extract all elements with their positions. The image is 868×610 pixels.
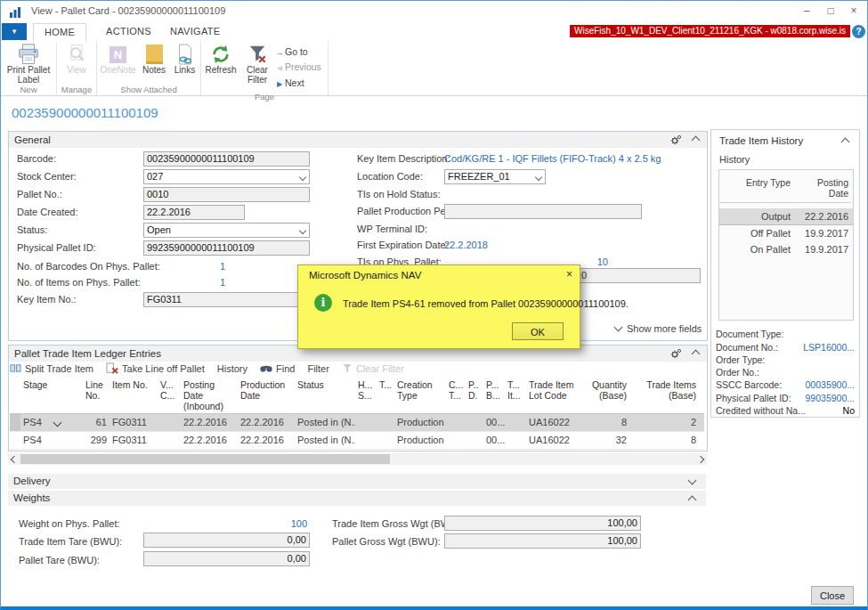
stock-center-label: Stock Center: [17, 171, 77, 182]
gear-icon[interactable] [669, 134, 682, 147]
tab-actions[interactable]: ACTIONS [95, 23, 162, 40]
ledger-row-2[interactable]: PS4 299 FG0311 22.2.2016 22.2.2016 Poste… [10, 432, 704, 450]
stock-center-select[interactable]: 027 [143, 169, 310, 184]
next-button[interactable]: ▶Next [274, 76, 321, 92]
clear-filter-button[interactable]: Clear Filter [240, 44, 274, 85]
col-status[interactable]: Status [295, 378, 355, 413]
col-entry-type[interactable]: Entry Type [719, 170, 793, 203]
scroll-right-arrow[interactable] [695, 453, 707, 465]
location-code-select[interactable]: FREEZER_01 [444, 169, 546, 184]
col-t[interactable]: T... [377, 378, 394, 413]
row-selector[interactable] [10, 414, 20, 431]
general-section-header[interactable]: General [9, 132, 707, 148]
goto-button[interactable]: →Go to [274, 45, 321, 60]
first-expiration-date-value[interactable]: 22.2.2018 [444, 240, 488, 250]
cell [355, 432, 377, 449]
filter-button[interactable]: Filter [307, 363, 329, 374]
cell: 8 [629, 432, 699, 449]
col-creation-type[interactable]: Creation Type [394, 378, 446, 413]
no-items-value[interactable]: 1 [143, 277, 225, 288]
panel-collapse-icon[interactable] [841, 138, 850, 147]
barcode-field[interactable]: 00235900000011100109 [143, 151, 310, 167]
find-button[interactable]: Find [260, 363, 295, 374]
date-created-field[interactable]: 22.2.2016 [143, 205, 245, 220]
print-pallet-label-button[interactable]: Print Pallet Label [1, 44, 56, 85]
clear-filter-toolbar-button: Clear Filter [342, 363, 404, 374]
minimize-button[interactable]: – [794, 1, 819, 20]
app-menu-button[interactable]: ▾ [2, 23, 27, 40]
key-item-no-field[interactable]: FG0311 [143, 292, 310, 307]
col-vc[interactable]: V... C... [158, 378, 181, 413]
cell [446, 432, 466, 449]
refresh-button[interactable]: Refresh [201, 44, 240, 76]
history-row-1[interactable]: Output 22.2.2016 [719, 208, 853, 225]
physical-pallet-id-value[interactable]: 99035900... [806, 393, 855, 403]
document-no-value[interactable]: LSP16000... [803, 342, 855, 353]
trade-item-gross-wgt-field[interactable]: 100,00 [444, 516, 641, 531]
delivery-expand-icon[interactable] [688, 476, 697, 485]
cell: 19.9.2017 [793, 225, 851, 241]
horizontal-scrollbar[interactable] [8, 453, 707, 465]
col-pb[interactable]: P... B... [483, 378, 505, 413]
col-trade-items[interactable]: Trade Items (Base) [629, 378, 699, 413]
delivery-section-header[interactable]: Delivery [8, 474, 706, 489]
col-gutter [10, 378, 20, 413]
partially-hidden-value: 0 [581, 270, 587, 281]
physical-pallet-id-field[interactable]: 99235900000011100109 [143, 240, 310, 256]
maximize-button[interactable]: □ [818, 1, 843, 20]
weight-on-phys-pallet-value[interactable]: 100 [225, 518, 307, 529]
col-hs[interactable]: H... S... [355, 378, 377, 413]
sscc-barcode-value[interactable]: 00035900... [806, 379, 855, 390]
split-trade-item-button[interactable]: Split Trade Item [10, 362, 93, 374]
tab-navigate[interactable]: NAVIGATE [159, 23, 231, 40]
cell [377, 432, 394, 449]
key-item-description-link[interactable]: Cod/KG/RE 1 - IQF Fillets (FIFO-Track) 4… [444, 153, 661, 164]
weights-collapse-icon[interactable] [688, 496, 697, 505]
col-item-no[interactable]: Item No. [110, 378, 158, 413]
scroll-left-arrow[interactable] [8, 453, 20, 465]
col-ct[interactable]: C... T... [446, 378, 466, 413]
status-select[interactable]: Open [143, 223, 310, 238]
scrollbar-thumb[interactable] [20, 454, 390, 464]
history-button[interactable]: History [217, 363, 247, 374]
close-window-button[interactable]: × [841, 1, 866, 20]
pallet-no-field[interactable]: 0010 [143, 187, 310, 202]
col-production-date[interactable]: Production Date [238, 378, 295, 413]
history-row-3[interactable]: On Pallet 19.9.2017 [719, 241, 853, 257]
no-barcodes-value[interactable]: 1 [143, 261, 225, 272]
pallet-production-period-field[interactable] [444, 204, 642, 219]
goto-arrow-icon: → [274, 45, 285, 60]
col-lot-code[interactable]: Trade Item Lot Code [526, 378, 585, 413]
help-icon[interactable]: ? [852, 25, 865, 38]
weights-section-header[interactable]: Weights [8, 491, 706, 506]
show-more-fields[interactable]: Show more fields [615, 323, 702, 334]
col-posting-date[interactable]: Posting Date (Inbound) [181, 378, 238, 413]
take-line-off-pallet-button[interactable]: Take Line off Pallet [106, 362, 205, 374]
clear-filter-text: Clear Filter [240, 66, 274, 85]
col-posting-date[interactable]: Posting Date [793, 170, 851, 203]
close-button[interactable]: Close [811, 586, 854, 605]
col-pd[interactable]: P.. D. [466, 378, 483, 413]
links-button[interactable]: Links [171, 44, 199, 76]
trade-item-tare-field[interactable]: 0,00 [143, 533, 310, 548]
history-row-2[interactable]: Off Pallet 19.9.2017 [719, 225, 853, 241]
col-stage[interactable]: Stage [20, 378, 83, 413]
pallet-gross-wgt-field[interactable]: 100,00 [444, 533, 641, 549]
gear-icon[interactable] [669, 348, 682, 361]
col-quantity[interactable]: Quantity (Base) [585, 378, 629, 413]
tab-home[interactable]: HOME [33, 23, 86, 43]
dialog-title: Microsoft Dynamics NAV [309, 270, 421, 281]
first-expiration-date-label: First Expiration Date: [357, 240, 449, 250]
ok-button[interactable]: OK [512, 322, 564, 340]
col-line-no[interactable]: Line No. [83, 378, 110, 413]
col-tit[interactable]: T... It... [505, 378, 526, 413]
no-barcodes-label: No. of Barcodes On Phys. Pallet: [17, 261, 160, 272]
cell: Production [394, 432, 446, 449]
view-button: View [57, 44, 96, 76]
notes-button[interactable]: Notes [139, 44, 169, 76]
chevron-down-icon[interactable] [53, 419, 61, 427]
dialog-close-icon[interactable]: × [566, 268, 572, 281]
ledger-row-1[interactable]: PS4 61 FG0311 22.2.2016 22.2.2016 Posted… [10, 414, 704, 432]
row-selector[interactable] [10, 432, 20, 449]
pallet-tare-field[interactable]: 0,00 [143, 551, 310, 566]
